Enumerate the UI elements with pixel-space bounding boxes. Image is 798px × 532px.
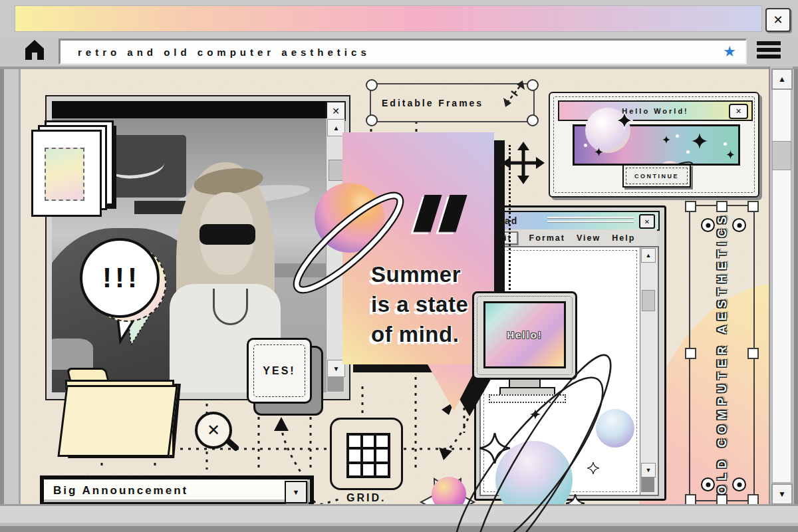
menu-bar-line [757,48,781,52]
quote-line: is a state [371,290,468,320]
resize-arrow-icon[interactable] [499,75,529,110]
papers-stack-icon[interactable] [30,118,116,214]
arrow-down-icon: ▼ [333,365,340,372]
photo-window-scrollbar[interactable]: ▲ ▼ [326,118,344,392]
announcement-dropdown[interactable]: Big Announcement ▼ [40,475,314,506]
titlebar-gradient [15,5,762,32]
editable-frame-selection[interactable]: Editable Frames [370,83,535,122]
close-icon: ✕ [735,107,741,116]
frame-handle[interactable] [685,201,696,212]
folder-icon[interactable] [61,366,187,466]
notepad-scrollbar[interactable]: ▲ ▼ [640,246,659,496]
home-icon[interactable] [24,39,45,61]
scrollbar-thumb[interactable] [642,290,655,311]
scrollbar-thumb[interactable] [772,141,791,170]
quote-line: of mind. [371,320,468,350]
star-dot [584,144,587,147]
desktop-canvas: ✕ ▲ ▼ [19,66,771,506]
scroll-up-button[interactable]: ▲ [771,68,793,90]
sparkle-icon [692,133,708,149]
yes-key-label: YES! [263,365,295,377]
window-close-button[interactable]: ✕ [765,8,791,32]
star-dot [676,134,679,138]
frame-handle[interactable] [685,348,696,359]
hello-world-window: Hello World! ✕ CONTINUE [549,92,759,198]
scrollbar-thumb[interactable] [329,160,344,181]
arrow-up-icon: ▲ [333,124,340,132]
editable-frames-label: Editable Frames [382,98,483,108]
scroll-down-button[interactable]: ▼ [771,483,793,505]
hello-close-button[interactable]: ✕ [729,104,748,119]
quote-line: Summer [371,260,468,290]
notepad-menubar: Edit Format View Help [479,229,657,247]
main-scrollbar[interactable]: ▲ ▼ [769,66,793,504]
yes-key[interactable]: YES! [247,338,321,414]
window-left-frame [0,0,19,532]
notepad-close-button[interactable]: ✕ [639,214,655,229]
paper-gradient-thumbnail [45,148,84,201]
arrow-down-icon: ▼ [646,467,652,473]
photo-car-window [52,338,93,370]
scrollbar-corner [327,376,344,392]
dropdown-arrow-button[interactable]: ▼ [285,481,307,503]
arrow-down-icon: ▼ [293,488,300,496]
monitor-greeting-text: Hello! [507,329,543,340]
scrollbar-corner [641,477,654,492]
hello-title: Hello World! [622,107,689,115]
frame-handle[interactable] [366,114,378,126]
grid-icon[interactable] [330,418,403,490]
close-icon: ✕ [332,106,340,116]
speech-bubble: !!! [80,238,160,318]
magnifier-lens: ✕ [195,412,232,449]
arrow-up-icon: ▲ [646,252,652,259]
speech-bubble-text: !!! [99,262,140,294]
window-titlebar[interactable] [0,0,798,35]
arrow-up-icon: ▲ [778,74,786,84]
quote-text: Summer is a state of mind. [371,260,468,350]
sparkle-icon [662,136,670,144]
star-dot [724,142,727,146]
photo-window-titlebar[interactable] [52,101,342,118]
menu-icon[interactable] [757,41,781,59]
monitor-screen: Hello! [483,301,566,368]
monitor-plate [489,394,566,403]
frame-handle[interactable] [716,201,728,212]
crt-monitor: Hello! [472,291,589,403]
close-icon: ✕ [207,421,220,440]
bookmark-star-icon[interactable]: ★ [723,45,736,59]
registration-mark-icon [732,477,746,491]
side-selection-frame[interactable]: OLD COMPUTER AESTHETICS [689,205,755,501]
continue-button[interactable]: CONTINUE [622,164,691,188]
menu-item-view[interactable]: View [577,233,600,243]
registration-mark-icon [701,218,715,232]
address-text: retro and old computer aesthetics [78,47,370,58]
magnifier-icon[interactable]: ✕ [195,412,235,460]
frame-handle[interactable] [747,201,759,212]
sparkle-icon [726,150,735,159]
rainbow-ball [432,477,466,506]
frame-handle[interactable] [527,114,539,126]
grid-3x3 [346,433,390,478]
frame-handle[interactable] [747,348,759,359]
close-icon: ✕ [644,218,650,225]
close-icon: ✕ [773,13,783,27]
frame-handle[interactable] [366,79,378,91]
folder-front [57,385,178,457]
scroll-down-button[interactable]: ▼ [641,463,656,477]
notepad-titlebar[interactable]: e Pad ✕ [479,211,660,231]
photo-woman-sunglasses [200,224,255,245]
dropdown-value: Big Announcement [53,484,188,497]
menu-item-format[interactable]: Format [529,233,565,243]
key-cap[interactable]: YES! [247,338,312,404]
hello-titlebar[interactable]: Hello World! ✕ [558,100,753,121]
ringed-planet [315,183,384,253]
dropdown-field[interactable]: Big Announcement [44,479,310,502]
dotted-guide-line [509,145,511,298]
arrow-down-icon: ▼ [778,489,786,499]
scroll-up-button[interactable]: ▲ [641,248,656,263]
address-bar[interactable]: retro and old computer aesthetics ★ [59,39,747,65]
menu-bar-line [757,41,781,45]
titlebar-grip-lines [547,217,634,225]
registration-mark-icon [732,218,746,232]
menu-item-help[interactable]: Help [612,233,635,243]
